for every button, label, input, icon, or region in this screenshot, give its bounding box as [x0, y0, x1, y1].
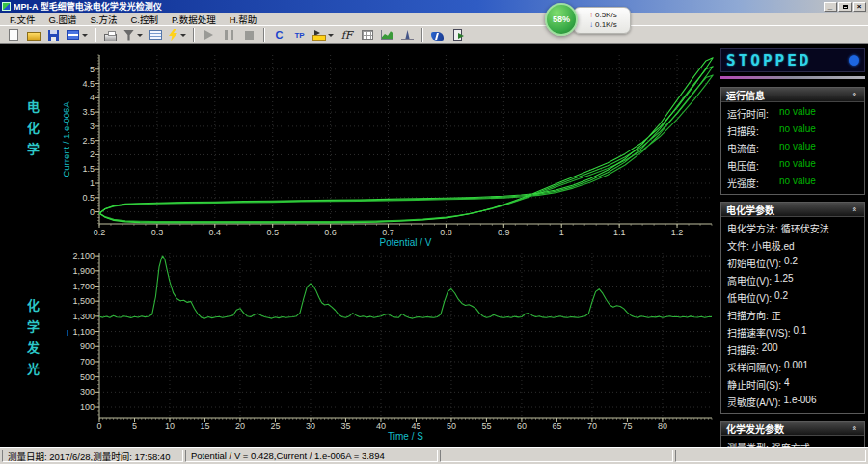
menu-spectrum[interactable]: G.图谱	[41, 13, 83, 26]
filter-button[interactable]	[121, 26, 146, 43]
row-label: 文件:	[727, 238, 749, 253]
panel-row: 采样间隔(V):0.001	[721, 358, 864, 375]
svg-text:300: 300	[80, 387, 95, 396]
close-button[interactable]: ×	[853, 2, 866, 12]
open-file-button[interactable]	[23, 26, 43, 43]
upload-arrow-icon: ↑	[589, 11, 593, 19]
svg-text:4.5: 4.5	[82, 79, 95, 89]
collapse-chevron-icon[interactable]	[850, 423, 859, 433]
stop-button[interactable]	[239, 26, 259, 43]
svg-text:0.3: 0.3	[151, 228, 164, 237]
panel-row: 扫描段:200	[721, 341, 864, 358]
svg-text:30: 30	[306, 422, 315, 431]
title-bar[interactable]: MPI-A 型毛细管电泳电化学发光检测仪 _ ×	[0, 0, 868, 13]
svg-text:0.5: 0.5	[82, 193, 95, 203]
memory-percent-bubble[interactable]: 58%	[545, 3, 578, 36]
help-book-icon	[431, 32, 444, 41]
dropdown-arrow-icon[interactable]	[137, 34, 143, 37]
restore-button[interactable]	[838, 2, 852, 12]
minimize-button[interactable]: _	[824, 2, 837, 12]
chart-view-button[interactable]	[377, 26, 397, 43]
chart-view-icon	[381, 30, 393, 40]
export-arrow-button[interactable]	[310, 26, 337, 43]
row-label: 运行时间:	[727, 106, 779, 121]
panel-row: 扫描段:no value	[721, 122, 864, 139]
help-book-button[interactable]	[427, 26, 448, 43]
pause-button[interactable]	[219, 26, 239, 43]
menu-control[interactable]: C.控制	[123, 13, 165, 26]
method-list-button[interactable]	[146, 26, 166, 43]
menu-file[interactable]: F.文件	[3, 13, 41, 26]
svg-text:1.5: 1.5	[82, 164, 95, 174]
row-value: 正	[772, 308, 781, 322]
grid-view-icon	[362, 30, 373, 40]
panel-run-info: 运行信息 运行时间:no value扫描段:no value电流值:no val…	[720, 87, 865, 195]
row-label: 扫描速率(V/S):	[727, 325, 791, 340]
row-value: 0.1	[794, 325, 807, 340]
app-window: MPI-A 型毛细管电泳电化学发光检测仪 _ × F.文件 G.图谱 S.方法 …	[0, 0, 868, 464]
row-value: 循环伏安法	[781, 221, 829, 235]
panel-row: 高电位(V):1.25	[721, 271, 864, 288]
panel-row: 文件:小电极.ed	[721, 236, 864, 254]
collapse-chevron-icon[interactable]	[850, 90, 859, 99]
ff-label-button[interactable]: fF	[337, 26, 357, 43]
svg-text:1,100: 1,100	[72, 327, 95, 337]
row-value: 0.001	[784, 360, 808, 374]
dropdown-arrow-icon[interactable]	[328, 34, 334, 37]
svg-text:100: 100	[80, 402, 95, 412]
menu-method[interactable]: S.方法	[83, 13, 123, 26]
svg-text:50: 50	[447, 422, 456, 431]
right-panel-column: STOPPED 运行信息 运行时间:no value扫描段:no value电流…	[720, 48, 865, 464]
svg-text:2: 2	[90, 150, 95, 159]
panel-row: 静止时间(S):4	[721, 375, 864, 393]
svg-text:0.6: 0.6	[324, 228, 337, 237]
row-value: 4	[784, 377, 790, 392]
run-flash-icon	[169, 29, 177, 41]
svg-text:70: 70	[587, 422, 597, 431]
section-label-electrochemistry: 电化学	[23, 100, 41, 164]
dropdown-arrow-icon[interactable]	[180, 34, 186, 37]
svg-text:1,700: 1,700	[72, 282, 95, 291]
cv-chart: 0.20.30.40.50.60.70.80.911.11.200.511.52…	[58, 44, 719, 249]
row-value: 0.2	[784, 256, 798, 270]
panel-title: 电化学参数	[726, 203, 774, 217]
svg-text:700: 700	[80, 357, 95, 367]
dropdown-arrow-icon[interactable]	[82, 34, 88, 37]
download-speed: 0.1K/s	[595, 20, 617, 29]
row-label: 静止时间(S):	[727, 377, 781, 392]
menu-help[interactable]: H.帮助	[223, 13, 264, 26]
panel-row: 扫描速率(V/S):0.1	[721, 323, 864, 341]
memory-percent: 58%	[553, 14, 570, 24]
toolbar: CTPfF	[0, 25, 868, 44]
open-file-icon	[27, 32, 41, 41]
print-button[interactable]	[100, 26, 121, 43]
play-button[interactable]	[199, 26, 219, 43]
svg-text:5: 5	[90, 65, 95, 74]
panel-body: 电化学方法:循环伏安法文件:小电极.ed初始电位(V):0.2高电位(V):1.…	[721, 217, 864, 413]
new-file-button[interactable]	[3, 26, 23, 43]
exit-button[interactable]	[448, 26, 468, 43]
panel-row: 电化学方法:循环伏安法	[721, 219, 864, 236]
save-button[interactable]	[43, 26, 64, 43]
tp-label-button[interactable]: TP	[289, 26, 310, 43]
svg-text:0: 0	[96, 422, 101, 431]
grid-view-button[interactable]	[357, 26, 377, 43]
panel-row: 运行时间:no value	[721, 104, 864, 122]
window-title: MPI-A 型毛细管电泳电化学发光检测仪	[14, 0, 162, 13]
row-label: 电压值:	[727, 158, 779, 173]
collapse-chevron-icon[interactable]	[850, 205, 859, 214]
toolbar-separator	[421, 28, 423, 42]
peak-view-button[interactable]	[397, 26, 418, 43]
net-speed-panel[interactable]: ↑0.5K/s ↓0.1K/s	[573, 7, 631, 34]
row-label: 高电位(V):	[727, 273, 772, 287]
run-flash-button[interactable]	[166, 26, 189, 43]
window-layout-button[interactable]	[64, 26, 91, 43]
exit-icon	[453, 29, 462, 41]
repeat-c-button[interactable]: C	[269, 26, 289, 43]
row-value: 0.2	[774, 290, 788, 305]
menu-data-processing[interactable]: P.数据处理	[165, 13, 223, 26]
svg-text:3.5: 3.5	[82, 107, 95, 117]
row-value: no value	[779, 106, 816, 121]
svg-text:55: 55	[481, 422, 491, 431]
method-list-icon	[149, 30, 162, 40]
